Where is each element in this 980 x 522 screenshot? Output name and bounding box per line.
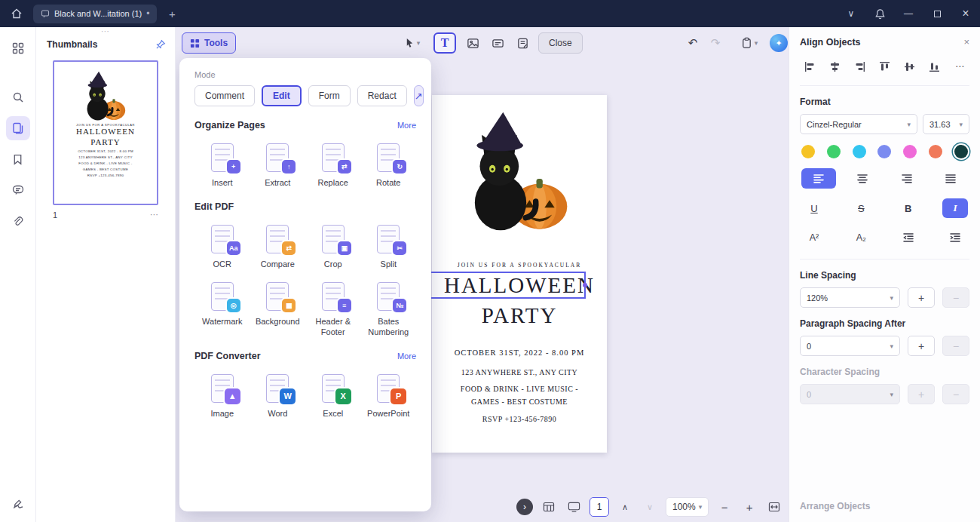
font-size-select[interactable]: 31.63 ▾ <box>923 114 969 134</box>
panel-drag-handle[interactable]: ⋯ <box>36 27 175 36</box>
page-thumbnail[interactable]: JOIN US FOR A SPOOKYACULAR HALLOWEEN PAR… <box>53 60 158 205</box>
color-swatch-cyan[interactable] <box>853 145 866 158</box>
color-swatch-current[interactable] <box>954 145 968 158</box>
zoom-out-button[interactable]: − <box>715 498 733 516</box>
comments-button[interactable] <box>6 178 30 202</box>
thumbnail-more-button[interactable]: ⋯ <box>150 210 158 220</box>
titlebar-menu-chevron[interactable]: ∨ <box>837 0 865 27</box>
form-field-button[interactable] <box>486 32 509 54</box>
restore-button[interactable] <box>923 0 951 27</box>
zoom-in-button[interactable]: + <box>740 498 758 516</box>
text-selection-box[interactable] <box>423 272 586 299</box>
text-align-center-button[interactable] <box>845 168 880 189</box>
bookmarks-button[interactable] <box>6 147 30 171</box>
redo-button[interactable]: ↷ <box>705 32 726 54</box>
page-grid-view-button[interactable] <box>540 498 558 516</box>
subscript-button[interactable]: A₂ <box>848 228 874 247</box>
tool-convert-powerpoint[interactable]: P PowerPoint <box>361 369 417 422</box>
line-spacing-increase-button[interactable]: + <box>908 287 935 308</box>
document-tab[interactable]: Black and W...itation (1) • <box>33 5 157 23</box>
color-swatch-magenta[interactable] <box>903 145 917 158</box>
mode-edit-button[interactable]: Edit <box>262 85 302 106</box>
align-right-button[interactable] <box>851 58 868 75</box>
tool-convert-word[interactable]: W Word <box>250 369 306 422</box>
text-align-justify-button[interactable] <box>933 168 968 189</box>
superscript-button[interactable]: A² <box>801 228 827 247</box>
doc-title-line2[interactable]: PARTY <box>432 303 607 328</box>
search-button[interactable] <box>6 85 30 109</box>
align-middle-v-button[interactable] <box>902 58 918 75</box>
line-spacing-select[interactable]: 120% ▾ <box>800 287 900 308</box>
bold-button[interactable]: B <box>896 198 921 218</box>
color-swatch-green[interactable] <box>827 145 841 158</box>
tool-replace[interactable]: ⇄ Replace <box>305 138 361 191</box>
signature-button[interactable] <box>6 492 30 516</box>
doc-detail-line2[interactable]: GAMES - BEST COSTUME <box>432 398 607 406</box>
text-align-left-button[interactable] <box>801 168 836 189</box>
minimize-button[interactable]: — <box>894 0 923 27</box>
tool-background[interactable]: ▦ Background <box>250 277 306 339</box>
align-more-button[interactable]: ⋯ <box>951 58 968 75</box>
paragraph-spacing-decrease-button[interactable]: − <box>942 336 969 356</box>
notifications-button[interactable] <box>865 0 894 27</box>
undo-button[interactable]: ↶ <box>682 32 703 54</box>
ai-assistant-button[interactable]: ✦ <box>768 32 789 54</box>
tool-extract[interactable]: ↑ Extract <box>250 138 306 191</box>
doc-detail-line1[interactable]: FOOD & DRINK - LIVE MUSIC - <box>432 385 607 393</box>
fit-width-button[interactable] <box>765 498 783 516</box>
new-tab-button[interactable]: + <box>161 3 182 24</box>
clipboard-button[interactable]: ▾ <box>733 32 765 54</box>
tool-ocr[interactable]: Aa OCR <box>194 220 250 272</box>
decrease-indent-button[interactable] <box>896 228 921 247</box>
page-number-input[interactable] <box>590 497 609 517</box>
mode-redact-button[interactable]: Redact <box>357 85 407 106</box>
align-top-button[interactable] <box>876 58 893 75</box>
pin-panel-button[interactable] <box>155 39 166 50</box>
attachments-button[interactable] <box>6 209 30 233</box>
increase-indent-button[interactable] <box>942 228 968 247</box>
color-swatch-blue[interactable] <box>877 145 891 158</box>
tools-button[interactable]: Tools <box>182 32 236 54</box>
home-button[interactable] <box>0 0 33 27</box>
read-mode-button[interactable] <box>565 498 583 516</box>
thumbnails-panel-button[interactable] <box>6 116 30 140</box>
organize-more-link[interactable]: More <box>397 121 416 130</box>
tool-convert-excel[interactable]: X Excel <box>305 369 361 422</box>
tool-watermark[interactable]: ◎ Watermark <box>194 277 250 339</box>
tool-split[interactable]: ✂ Split <box>361 220 417 272</box>
strikethrough-button[interactable]: S <box>848 198 874 218</box>
close-edit-button[interactable]: Close <box>538 32 583 54</box>
close-window-button[interactable]: × <box>951 0 980 27</box>
select-tool-button[interactable]: ▾ <box>396 32 429 54</box>
tool-convert-image[interactable]: ▲ Image <box>194 369 250 422</box>
align-left-button[interactable] <box>801 58 818 75</box>
apps-grid-button[interactable] <box>6 36 30 60</box>
tool-compare[interactable]: ⇄ Compare <box>250 220 306 272</box>
paragraph-spacing-select[interactable]: 0 ▾ <box>800 336 900 356</box>
converter-more-link[interactable]: More <box>397 352 416 361</box>
font-family-select[interactable]: Cinzel-Regular ▾ <box>800 114 917 134</box>
align-center-h-button[interactable] <box>826 58 843 75</box>
color-swatch-orange[interactable] <box>929 145 942 158</box>
previous-page-button[interactable]: ∧ <box>616 498 634 516</box>
open-in-new-window-button[interactable]: ↗ <box>414 85 424 106</box>
doc-address-line[interactable]: 123 ANYWHERE ST., ANY CITY <box>432 368 607 376</box>
tool-insert[interactable]: + Insert <box>194 138 250 191</box>
text-align-right-button[interactable] <box>890 168 924 189</box>
paragraph-spacing-increase-button[interactable]: + <box>908 336 935 356</box>
expand-nav-button[interactable]: › <box>516 499 533 515</box>
add-image-button[interactable] <box>461 32 484 54</box>
tool-header-footer[interactable]: ≡ Header & Footer <box>305 277 361 339</box>
mode-comment-button[interactable]: Comment <box>194 85 255 106</box>
doc-rsvp-line[interactable]: RSVP +123-456-7890 <box>432 415 607 423</box>
document-page[interactable]: JOIN US FOR A SPOOKYACULAR HALLOWEEN PAR… <box>432 95 607 453</box>
underline-button[interactable]: U <box>801 198 827 218</box>
doc-tagline[interactable]: JOIN US FOR A SPOOKYACULAR <box>432 262 607 269</box>
line-spacing-decrease-button[interactable]: − <box>942 287 969 308</box>
mode-form-button[interactable]: Form <box>308 85 351 106</box>
sign-page-button[interactable] <box>511 32 534 54</box>
align-bottom-button[interactable] <box>926 58 943 75</box>
doc-date-line[interactable]: OCTOBER 31ST, 2022 - 8.00 PM <box>432 349 607 357</box>
next-page-button[interactable]: ∨ <box>641 498 659 516</box>
panel-close-button[interactable]: × <box>963 36 969 48</box>
